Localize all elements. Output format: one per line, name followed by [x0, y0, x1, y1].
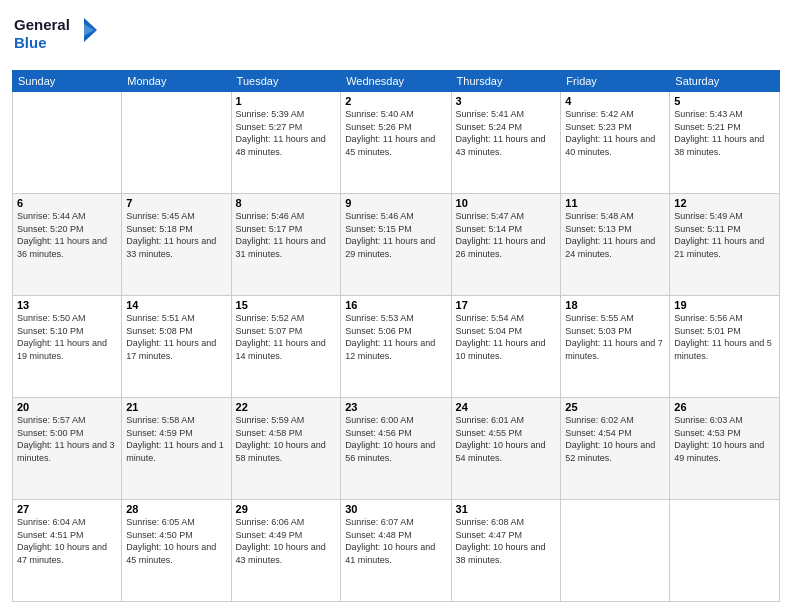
day-number: 19: [674, 299, 775, 311]
day-info: Sunrise: 6:04 AMSunset: 4:51 PMDaylight:…: [17, 516, 117, 566]
day-number: 29: [236, 503, 337, 515]
day-info: Sunrise: 5:52 AMSunset: 5:07 PMDaylight:…: [236, 312, 337, 362]
day-info: Sunrise: 5:47 AMSunset: 5:14 PMDaylight:…: [456, 210, 557, 260]
calendar-cell: 12Sunrise: 5:49 AMSunset: 5:11 PMDayligh…: [670, 194, 780, 296]
day-info: Sunrise: 5:58 AMSunset: 4:59 PMDaylight:…: [126, 414, 226, 464]
day-info: Sunrise: 5:59 AMSunset: 4:58 PMDaylight:…: [236, 414, 337, 464]
calendar-cell: 6Sunrise: 5:44 AMSunset: 5:20 PMDaylight…: [13, 194, 122, 296]
calendar-cell: 31Sunrise: 6:08 AMSunset: 4:47 PMDayligh…: [451, 500, 561, 602]
day-number: 24: [456, 401, 557, 413]
day-number: 13: [17, 299, 117, 311]
calendar-cell: 9Sunrise: 5:46 AMSunset: 5:15 PMDaylight…: [341, 194, 451, 296]
calendar-cell: 27Sunrise: 6:04 AMSunset: 4:51 PMDayligh…: [13, 500, 122, 602]
calendar-cell: 2Sunrise: 5:40 AMSunset: 5:26 PMDaylight…: [341, 92, 451, 194]
day-info: Sunrise: 5:49 AMSunset: 5:11 PMDaylight:…: [674, 210, 775, 260]
day-info: Sunrise: 5:48 AMSunset: 5:13 PMDaylight:…: [565, 210, 665, 260]
day-info: Sunrise: 5:42 AMSunset: 5:23 PMDaylight:…: [565, 108, 665, 158]
day-number: 17: [456, 299, 557, 311]
day-number: 9: [345, 197, 446, 209]
day-number: 20: [17, 401, 117, 413]
day-number: 27: [17, 503, 117, 515]
week-row-3: 13Sunrise: 5:50 AMSunset: 5:10 PMDayligh…: [13, 296, 780, 398]
col-header-wednesday: Wednesday: [341, 71, 451, 92]
day-number: 21: [126, 401, 226, 413]
day-info: Sunrise: 5:50 AMSunset: 5:10 PMDaylight:…: [17, 312, 117, 362]
calendar-cell: [670, 500, 780, 602]
calendar-cell: 17Sunrise: 5:54 AMSunset: 5:04 PMDayligh…: [451, 296, 561, 398]
day-number: 15: [236, 299, 337, 311]
col-header-monday: Monday: [122, 71, 231, 92]
calendar-cell: 29Sunrise: 6:06 AMSunset: 4:49 PMDayligh…: [231, 500, 341, 602]
day-number: 23: [345, 401, 446, 413]
logo-content: General Blue: [12, 10, 102, 62]
day-number: 16: [345, 299, 446, 311]
header: General Blue: [12, 10, 780, 62]
day-number: 3: [456, 95, 557, 107]
day-number: 22: [236, 401, 337, 413]
day-number: 30: [345, 503, 446, 515]
day-number: 11: [565, 197, 665, 209]
calendar-cell: 13Sunrise: 5:50 AMSunset: 5:10 PMDayligh…: [13, 296, 122, 398]
week-row-1: 1Sunrise: 5:39 AMSunset: 5:27 PMDaylight…: [13, 92, 780, 194]
day-info: Sunrise: 5:46 AMSunset: 5:15 PMDaylight:…: [345, 210, 446, 260]
week-row-2: 6Sunrise: 5:44 AMSunset: 5:20 PMDaylight…: [13, 194, 780, 296]
calendar-cell: 10Sunrise: 5:47 AMSunset: 5:14 PMDayligh…: [451, 194, 561, 296]
col-header-tuesday: Tuesday: [231, 71, 341, 92]
calendar-cell: [122, 92, 231, 194]
day-number: 8: [236, 197, 337, 209]
calendar-cell: 24Sunrise: 6:01 AMSunset: 4:55 PMDayligh…: [451, 398, 561, 500]
calendar-cell: 18Sunrise: 5:55 AMSunset: 5:03 PMDayligh…: [561, 296, 670, 398]
svg-text:General: General: [14, 16, 70, 33]
day-info: Sunrise: 6:08 AMSunset: 4:47 PMDaylight:…: [456, 516, 557, 566]
day-info: Sunrise: 5:53 AMSunset: 5:06 PMDaylight:…: [345, 312, 446, 362]
day-number: 2: [345, 95, 446, 107]
day-info: Sunrise: 6:00 AMSunset: 4:56 PMDaylight:…: [345, 414, 446, 464]
calendar-cell: 15Sunrise: 5:52 AMSunset: 5:07 PMDayligh…: [231, 296, 341, 398]
calendar-cell: 23Sunrise: 6:00 AMSunset: 4:56 PMDayligh…: [341, 398, 451, 500]
page-container: General Blue SundayMondayTuesdayWednesda…: [0, 0, 792, 612]
calendar-table: SundayMondayTuesdayWednesdayThursdayFrid…: [12, 70, 780, 602]
day-number: 1: [236, 95, 337, 107]
calendar-cell: 14Sunrise: 5:51 AMSunset: 5:08 PMDayligh…: [122, 296, 231, 398]
day-number: 7: [126, 197, 226, 209]
calendar-cell: 5Sunrise: 5:43 AMSunset: 5:21 PMDaylight…: [670, 92, 780, 194]
day-number: 25: [565, 401, 665, 413]
col-header-saturday: Saturday: [670, 71, 780, 92]
logo-svg: General Blue: [12, 10, 102, 58]
col-header-friday: Friday: [561, 71, 670, 92]
day-number: 5: [674, 95, 775, 107]
day-info: Sunrise: 5:56 AMSunset: 5:01 PMDaylight:…: [674, 312, 775, 362]
calendar-cell: 20Sunrise: 5:57 AMSunset: 5:00 PMDayligh…: [13, 398, 122, 500]
day-number: 28: [126, 503, 226, 515]
day-info: Sunrise: 5:51 AMSunset: 5:08 PMDaylight:…: [126, 312, 226, 362]
day-info: Sunrise: 5:40 AMSunset: 5:26 PMDaylight:…: [345, 108, 446, 158]
day-info: Sunrise: 5:39 AMSunset: 5:27 PMDaylight:…: [236, 108, 337, 158]
col-header-thursday: Thursday: [451, 71, 561, 92]
day-info: Sunrise: 6:02 AMSunset: 4:54 PMDaylight:…: [565, 414, 665, 464]
calendar-cell: 4Sunrise: 5:42 AMSunset: 5:23 PMDaylight…: [561, 92, 670, 194]
calendar-cell: 16Sunrise: 5:53 AMSunset: 5:06 PMDayligh…: [341, 296, 451, 398]
day-info: Sunrise: 6:01 AMSunset: 4:55 PMDaylight:…: [456, 414, 557, 464]
day-info: Sunrise: 5:41 AMSunset: 5:24 PMDaylight:…: [456, 108, 557, 158]
svg-text:Blue: Blue: [14, 34, 47, 51]
day-number: 12: [674, 197, 775, 209]
calendar-cell: 22Sunrise: 5:59 AMSunset: 4:58 PMDayligh…: [231, 398, 341, 500]
calendar-cell: 30Sunrise: 6:07 AMSunset: 4:48 PMDayligh…: [341, 500, 451, 602]
calendar-cell: 25Sunrise: 6:02 AMSunset: 4:54 PMDayligh…: [561, 398, 670, 500]
col-header-sunday: Sunday: [13, 71, 122, 92]
calendar-cell: 11Sunrise: 5:48 AMSunset: 5:13 PMDayligh…: [561, 194, 670, 296]
day-info: Sunrise: 5:45 AMSunset: 5:18 PMDaylight:…: [126, 210, 226, 260]
day-info: Sunrise: 5:44 AMSunset: 5:20 PMDaylight:…: [17, 210, 117, 260]
calendar-cell: 8Sunrise: 5:46 AMSunset: 5:17 PMDaylight…: [231, 194, 341, 296]
calendar-cell: 7Sunrise: 5:45 AMSunset: 5:18 PMDaylight…: [122, 194, 231, 296]
day-info: Sunrise: 6:06 AMSunset: 4:49 PMDaylight:…: [236, 516, 337, 566]
day-info: Sunrise: 5:54 AMSunset: 5:04 PMDaylight:…: [456, 312, 557, 362]
calendar-cell: 28Sunrise: 6:05 AMSunset: 4:50 PMDayligh…: [122, 500, 231, 602]
calendar-cell: 21Sunrise: 5:58 AMSunset: 4:59 PMDayligh…: [122, 398, 231, 500]
calendar-cell: [13, 92, 122, 194]
week-row-5: 27Sunrise: 6:04 AMSunset: 4:51 PMDayligh…: [13, 500, 780, 602]
day-info: Sunrise: 5:46 AMSunset: 5:17 PMDaylight:…: [236, 210, 337, 260]
day-number: 4: [565, 95, 665, 107]
day-info: Sunrise: 5:43 AMSunset: 5:21 PMDaylight:…: [674, 108, 775, 158]
day-info: Sunrise: 6:03 AMSunset: 4:53 PMDaylight:…: [674, 414, 775, 464]
